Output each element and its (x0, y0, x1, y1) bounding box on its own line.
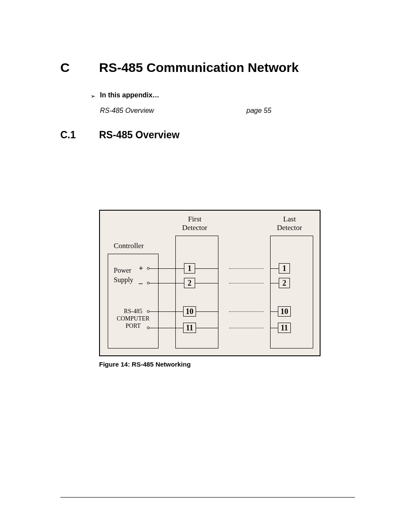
wire-dotted (229, 268, 264, 269)
page: C RS-485 Communication Network ➢ In this… (0, 0, 411, 532)
appendix-title: RS-485 Communication Network (99, 60, 299, 75)
label-rs485-l2: COMPUTER (117, 315, 149, 322)
label-first-line2: Detector (182, 224, 208, 232)
label-controller: Controller (114, 242, 144, 250)
appendix-letter: C (60, 60, 99, 75)
label-rs485-l3: PORT (126, 323, 141, 329)
arrow-bullet-icon: ➢ (90, 93, 100, 99)
footer-rule (60, 497, 355, 498)
pin-11-first: 11 (183, 323, 196, 333)
appendix-heading: C RS-485 Communication Network (60, 60, 355, 75)
label-first-line1: First (188, 215, 201, 223)
wire (270, 311, 278, 312)
wire (196, 311, 218, 312)
label-supply: Supply (114, 276, 133, 284)
pin-10-last: 10 (278, 306, 291, 317)
figure-wrap: First Detector Last Detector Controller … (99, 210, 321, 368)
label-plus-icon: + (139, 264, 143, 273)
label-power: Power (114, 267, 131, 274)
wire (270, 283, 279, 283)
wire (149, 328, 183, 328)
label-first-detector: First Detector (169, 215, 221, 233)
section-number: C.1 (60, 129, 99, 141)
label-last-line2: Detector (277, 224, 302, 232)
figure-caption: Figure 14: RS-485 Networking (99, 361, 321, 368)
section-title: RS-485 Overview (99, 129, 180, 141)
toc-row: RS-485 Overview page 55 (100, 107, 355, 115)
pin-2-first: 2 (184, 278, 195, 288)
pin-10-first: 10 (183, 306, 196, 317)
wire-dotted (229, 328, 264, 328)
toc-item: RS-485 Overview (100, 107, 246, 115)
pin-1-first: 1 (184, 263, 195, 274)
pin-11-last: 11 (278, 323, 291, 333)
wire-dotted (229, 283, 264, 283)
label-rs485-l1: RS-485 (124, 308, 143, 314)
wire (270, 328, 278, 328)
section-heading: C.1 RS-485 Overview (60, 129, 355, 141)
wire (195, 268, 218, 269)
label-minus-icon: – (139, 279, 143, 288)
toc-page: page 55 (246, 107, 271, 115)
wire (195, 283, 218, 283)
wire-dotted (229, 311, 264, 312)
wire (196, 328, 218, 328)
wire (149, 311, 183, 312)
wire (149, 283, 184, 283)
label-last-line1: Last (283, 215, 296, 223)
pin-1-last: 1 (279, 263, 290, 274)
figure-rs485-network: First Detector Last Detector Controller … (99, 210, 321, 356)
box-last-detector (270, 236, 313, 348)
wire (270, 268, 279, 269)
label-rs485-port: RS-485 COMPUTER PORT (115, 308, 151, 330)
appendix-lead: ➢ In this appendix… (90, 91, 355, 99)
box-first-detector (175, 236, 218, 348)
lead-text: In this appendix… (100, 91, 159, 99)
pin-2-last: 2 (279, 278, 290, 288)
wire (149, 268, 184, 269)
label-last-detector: Last Detector (264, 215, 315, 233)
